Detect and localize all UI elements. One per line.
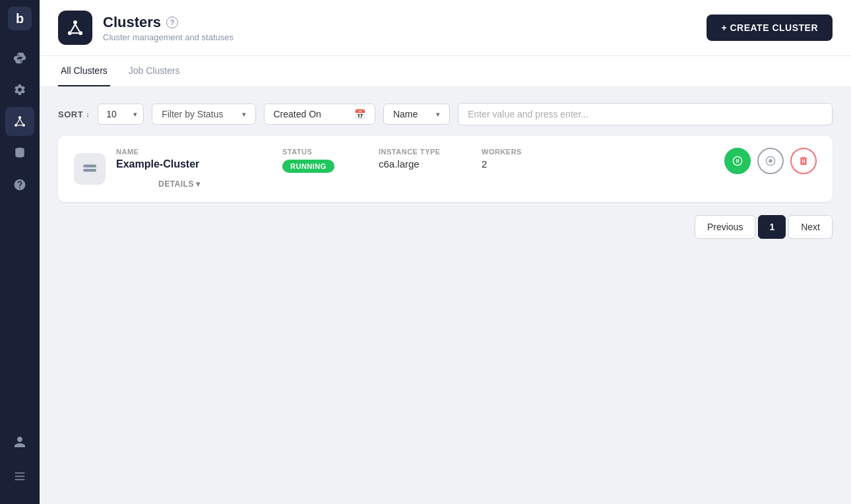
header-left: Clusters ? Cluster management and status… (58, 11, 234, 45)
previous-button[interactable]: Previous (695, 215, 755, 239)
cluster-stop-button[interactable] (757, 148, 784, 174)
sidebar-item-database[interactable] (5, 139, 34, 168)
create-cluster-button[interactable]: + CREATE CLUSTER (707, 15, 833, 41)
sort-arrow-icon: ↓ (86, 110, 90, 118)
svg-point-14 (79, 31, 82, 35)
page-1-button[interactable]: 1 (758, 215, 786, 239)
filter-status-chevron-icon: ▾ (242, 110, 246, 119)
per-page-select[interactable]: 10 25 50 100 (98, 104, 144, 125)
cluster-name: Example-Cluster (116, 158, 272, 170)
cluster-status: STATUS RUNNING (282, 148, 368, 173)
sidebar-item-clusters[interactable] (5, 107, 34, 136)
cluster-instance: INSTANCE TYPE c6a.large (379, 148, 471, 170)
cluster-row-bottom: DETAILS ▾ (158, 174, 817, 190)
svg-point-20 (94, 166, 96, 167)
col-status-label: STATUS (282, 148, 368, 156)
filter-search-wrap (458, 103, 833, 125)
svg-point-3 (15, 124, 17, 127)
cluster-actions (724, 148, 817, 174)
page-content: SORT ↓ 10 25 50 100 ▾ Filter by Status ▾… (40, 87, 851, 504)
sidebar-nav (5, 44, 34, 427)
filter-name-chevron-icon: ▾ (436, 110, 440, 119)
sidebar-item-user[interactable] (5, 427, 34, 457)
filter-name-dropdown[interactable]: Name ▾ (383, 104, 450, 125)
cluster-icon (74, 153, 106, 185)
calendar-icon: 📅 (354, 109, 365, 119)
cluster-instance-value: c6a.large (379, 158, 471, 170)
svg-rect-24 (738, 159, 739, 162)
help-circle-icon[interactable]: ? (166, 16, 178, 28)
svg-rect-11 (15, 479, 25, 480)
svg-rect-10 (15, 476, 25, 477)
tabs-bar: All Clusters Job Clusters (40, 56, 851, 87)
cluster-details-inner: NAME Example-Cluster STATUS RUNNING INST… (116, 148, 817, 190)
svg-rect-18 (83, 165, 96, 168)
cluster-workers: WORKERS 2 (482, 148, 548, 170)
svg-point-2 (18, 116, 21, 119)
svg-point-12 (73, 20, 77, 24)
cluster-details-button[interactable]: DETAILS ▾ (158, 179, 200, 190)
col-name-label: NAME (116, 148, 272, 156)
sidebar: b (0, 0, 40, 504)
main-content: Clusters ? Cluster management and status… (40, 0, 851, 504)
app-logo[interactable]: b (8, 7, 32, 30)
pagination: Previous 1 Next (58, 215, 833, 239)
svg-point-22 (733, 156, 741, 165)
svg-point-4 (22, 124, 25, 127)
page-header: Clusters ? Cluster management and status… (40, 0, 851, 56)
filters-bar: SORT ↓ 10 25 50 100 ▾ Filter by Status ▾… (58, 103, 833, 125)
page-subtitle: Cluster management and statuses (103, 32, 234, 42)
clusters-table: NAME Example-Cluster STATUS RUNNING INST… (58, 136, 833, 202)
cluster-info: NAME Example-Cluster (116, 148, 272, 170)
cluster-start-button[interactable] (724, 148, 751, 174)
col-workers-label: WORKERS (482, 148, 548, 156)
svg-rect-9 (15, 472, 25, 474)
filter-status-dropdown[interactable]: Filter by Status ▾ (152, 104, 255, 125)
per-page-select-wrap: 10 25 50 100 ▾ (98, 104, 144, 125)
cluster-workers-value: 2 (482, 158, 548, 170)
tab-all-clusters[interactable]: All Clusters (58, 56, 110, 86)
svg-point-26 (769, 159, 772, 162)
cluster-row-top: NAME Example-Cluster STATUS RUNNING INST… (116, 148, 817, 174)
sidebar-item-python[interactable] (5, 44, 34, 73)
page-title: Clusters ? (103, 14, 234, 31)
status-badge: RUNNING (282, 160, 334, 173)
tab-job-clusters[interactable]: Job Clusters (126, 56, 183, 86)
svg-rect-19 (83, 169, 96, 172)
cluster-delete-button[interactable] (790, 148, 817, 174)
svg-line-6 (20, 119, 23, 124)
sidebar-item-menu[interactable] (5, 462, 34, 491)
table-row: NAME Example-Cluster STATUS RUNNING INST… (58, 136, 833, 202)
sidebar-bottom (5, 427, 34, 491)
next-button[interactable]: Next (788, 215, 833, 239)
sidebar-item-help[interactable] (5, 170, 34, 199)
svg-text:b: b (16, 11, 24, 26)
details-chevron-icon: ▾ (196, 179, 201, 189)
sort-label[interactable]: SORT ↓ (58, 110, 90, 119)
svg-point-21 (94, 170, 96, 171)
filter-date-dropdown[interactable]: Created On 📅 (264, 104, 375, 125)
clusters-header-icon (58, 11, 92, 45)
svg-line-15 (71, 24, 75, 32)
sidebar-item-settings[interactable] (5, 75, 34, 104)
header-text: Clusters ? Cluster management and status… (103, 14, 234, 42)
svg-line-16 (75, 24, 79, 32)
search-input[interactable] (468, 109, 823, 119)
svg-line-5 (16, 119, 20, 124)
col-instance-label: INSTANCE TYPE (379, 148, 471, 156)
svg-point-13 (68, 31, 72, 35)
svg-rect-23 (736, 159, 737, 162)
